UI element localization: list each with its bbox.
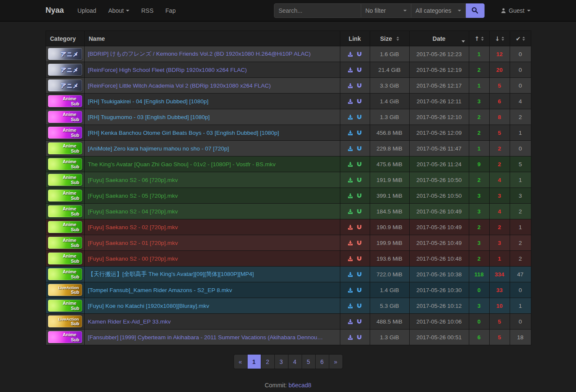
brand-link[interactable]: Nyaa bbox=[46, 6, 64, 15]
download-icon[interactable] bbox=[348, 67, 353, 73]
header-completed-sort[interactable]: ✔ bbox=[510, 31, 531, 46]
category-icon-anime-sub-green[interactable]: AnimeSub bbox=[48, 221, 82, 233]
download-icon[interactable] bbox=[348, 177, 353, 183]
download-icon[interactable] bbox=[348, 303, 353, 309]
category-icon-anime-sub-green[interactable]: AnimeSub bbox=[48, 237, 82, 249]
header-size-sort[interactable]: Size bbox=[370, 31, 409, 46]
category-icon-anime-sub-green[interactable]: AnimeSub bbox=[48, 174, 82, 186]
pagination-link[interactable]: 6 bbox=[315, 354, 329, 369]
nav-item-about[interactable]: About bbox=[102, 7, 135, 14]
nav-item-rss[interactable]: RSS bbox=[135, 7, 160, 14]
filter-select[interactable]: No filter bbox=[361, 3, 411, 18]
torrent-name-link[interactable]: [Fuyu] Saekano S2 - 05 [720p].mkv bbox=[88, 193, 178, 199]
download-icon[interactable] bbox=[348, 193, 353, 199]
download-icon[interactable] bbox=[348, 209, 353, 214]
pagination-link[interactable]: » bbox=[329, 354, 343, 369]
magnet-icon[interactable] bbox=[356, 146, 362, 151]
magnet-icon[interactable] bbox=[356, 240, 362, 246]
pagination-link[interactable]: 3 bbox=[274, 354, 288, 369]
magnet-icon[interactable] bbox=[356, 99, 362, 104]
torrent-name-link[interactable]: [RH] Tsukigakirei - 04 [English Dubbed] … bbox=[88, 98, 208, 105]
category-icon-liveaction-sub[interactable]: LiveActionSub bbox=[48, 315, 82, 327]
category-icon-anime-raw[interactable]: アニメ bbox=[48, 64, 82, 76]
download-icon[interactable] bbox=[348, 130, 353, 136]
torrent-name-link[interactable]: The King's Avatar [Quan Zhi Gao Shou] - … bbox=[88, 161, 276, 168]
torrent-name-link[interactable]: 【天行搬运】[全职高手 The King's Avatar][09][简体][1… bbox=[88, 271, 254, 277]
magnet-icon[interactable] bbox=[356, 303, 362, 309]
category-icon-anime-sub-green[interactable]: AnimeSub bbox=[48, 205, 82, 217]
category-select[interactable]: All categories bbox=[411, 3, 466, 18]
magnet-icon[interactable] bbox=[356, 287, 362, 293]
download-icon[interactable] bbox=[348, 272, 353, 277]
magnet-icon[interactable] bbox=[356, 130, 362, 136]
header-seeders-sort[interactable]: ↑ bbox=[469, 31, 489, 46]
torrent-name-link[interactable]: [Fansubber] [1999] Cyberteam in Akihabar… bbox=[88, 334, 323, 341]
download-icon[interactable] bbox=[348, 335, 353, 340]
download-icon[interactable] bbox=[348, 99, 353, 104]
download-icon[interactable] bbox=[348, 240, 353, 246]
category-icon-anime-raw[interactable]: アニメ bbox=[48, 80, 82, 91]
pagination-link[interactable]: 1 bbox=[247, 354, 261, 369]
pagination-link[interactable]: « bbox=[234, 354, 248, 369]
torrent-name-link[interactable]: Kamen Rider Ex-Aid_EP 33.mkv bbox=[88, 318, 171, 325]
pagination-link[interactable]: 5 bbox=[302, 354, 316, 369]
category-icon-anime-sub-magenta[interactable]: AnimeSub bbox=[48, 111, 82, 123]
nav-item-fap[interactable]: Fap bbox=[160, 7, 182, 14]
user-menu[interactable]: Guest bbox=[501, 7, 530, 14]
magnet-icon[interactable] bbox=[356, 193, 362, 199]
magnet-icon[interactable] bbox=[356, 162, 362, 167]
download-icon[interactable] bbox=[348, 256, 353, 261]
header-date-sort[interactable]: Date bbox=[409, 31, 469, 46]
category-icon-anime-raw[interactable]: アニメ bbox=[48, 48, 82, 60]
torrent-name-link[interactable]: [AniMote] Zero kara hajimeru mahou no sh… bbox=[88, 145, 229, 152]
category-icon-anime-sub-green[interactable]: AnimeSub bbox=[48, 300, 82, 312]
magnet-icon[interactable] bbox=[356, 224, 362, 230]
download-icon[interactable] bbox=[348, 287, 353, 293]
category-icon-anime-sub-green[interactable]: AnimeSub bbox=[48, 158, 82, 170]
category-icon-anime-sub-magenta[interactable]: AnimeSub bbox=[48, 331, 82, 343]
torrent-name-link[interactable]: [Tompel Fansub]_Kamen Rider Amazons - S2… bbox=[88, 287, 232, 293]
search-input[interactable] bbox=[274, 3, 361, 18]
magnet-icon[interactable] bbox=[356, 67, 362, 73]
magnet-icon[interactable] bbox=[356, 83, 362, 88]
commit-hash-link[interactable]: b6ecad8 bbox=[288, 382, 311, 389]
torrent-name-link[interactable]: [BDRIP] けものフレンズ / Kemono Friends Vol.2 (… bbox=[88, 51, 311, 57]
torrent-name-link[interactable]: [Fuyu] Saekano S2 - 02 [720p].mkv bbox=[88, 224, 178, 230]
magnet-icon[interactable] bbox=[356, 272, 362, 277]
torrent-name-link[interactable]: [Fuyu] Saekano S2 - 06 [720p].mkv bbox=[88, 177, 178, 183]
category-icon-liveaction-sub[interactable]: LiveActionSub bbox=[48, 284, 82, 296]
download-icon[interactable] bbox=[348, 224, 353, 230]
category-icon-anime-sub-green[interactable]: AnimeSub bbox=[48, 268, 82, 280]
magnet-icon[interactable] bbox=[356, 209, 362, 214]
category-icon-anime-sub-green[interactable]: AnimeSub bbox=[48, 253, 82, 264]
magnet-icon[interactable] bbox=[356, 319, 362, 324]
category-icon-anime-sub-magenta[interactable]: AnimeSub bbox=[48, 127, 82, 139]
torrent-name-link[interactable]: [RH] Tsugumomo - 03 [English Dubbed] [10… bbox=[88, 114, 210, 120]
magnet-icon[interactable] bbox=[356, 335, 362, 340]
download-icon[interactable] bbox=[348, 319, 353, 324]
torrent-name-link[interactable]: [ReinForce] Little Witch Academia Vol 2 … bbox=[88, 82, 271, 89]
download-icon[interactable] bbox=[348, 146, 353, 151]
category-icon-anime-sub-magenta[interactable]: AnimeSub bbox=[48, 95, 82, 107]
search-button[interactable] bbox=[466, 3, 485, 18]
download-icon[interactable] bbox=[348, 83, 353, 88]
torrent-name-link[interactable]: [Fuyu] Saekano S2 - 00 [720p].mkv bbox=[88, 256, 178, 262]
header-leechers-sort[interactable]: ↓ bbox=[489, 31, 510, 46]
torrent-name-link[interactable]: [Fuyu] Saekano S2 - 04 [720p].mkv bbox=[88, 208, 178, 215]
category-icon-anime-sub-green[interactable]: AnimeSub bbox=[48, 142, 82, 154]
magnet-icon[interactable] bbox=[356, 114, 362, 120]
torrent-name-link[interactable]: [ReinForce] High School Fleet (BDRip 192… bbox=[88, 67, 247, 73]
torrent-name-link[interactable]: [Fuyu] Koe no Katachi [1920x1080][Bluray… bbox=[88, 303, 209, 309]
torrent-name-link[interactable]: [Fuyu] Saekano S2 - 01 [720p].mkv bbox=[88, 240, 178, 246]
magnet-icon[interactable] bbox=[356, 177, 362, 183]
magnet-icon[interactable] bbox=[356, 51, 362, 57]
torrent-name-link[interactable]: [RH] Kenka Banchou Otome Girl Beats Boys… bbox=[88, 130, 279, 136]
category-icon-anime-sub-green[interactable]: AnimeSub bbox=[48, 190, 82, 202]
download-icon[interactable] bbox=[348, 114, 353, 120]
pagination-link[interactable]: 2 bbox=[261, 354, 275, 369]
download-icon[interactable] bbox=[348, 51, 353, 57]
pagination-link[interactable]: 4 bbox=[288, 354, 302, 369]
magnet-icon[interactable] bbox=[356, 256, 362, 261]
download-icon[interactable] bbox=[348, 162, 353, 167]
nav-item-upload[interactable]: Upload bbox=[71, 7, 102, 14]
